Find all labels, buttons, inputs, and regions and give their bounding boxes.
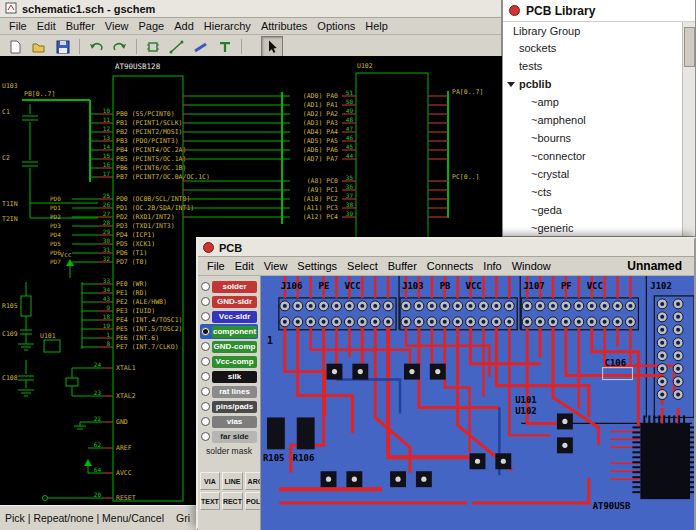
gschem-menu-edit[interactable]: Edit (32, 20, 61, 32)
tool-button-rect[interactable]: RECT (222, 492, 243, 510)
save-button[interactable] (52, 36, 74, 58)
layer-button-silk[interactable]: silk (200, 369, 258, 384)
library-item-crystal[interactable]: ~crystal (503, 165, 695, 183)
layer-visibility-radio[interactable] (201, 372, 210, 381)
layer-button-gnd-comp[interactable]: GND-comp (200, 339, 258, 354)
gschem-menu-attributes[interactable]: Attributes (256, 20, 312, 32)
gschem-menu-file[interactable]: File (4, 20, 32, 32)
pcb-titlebar[interactable]: PCB (198, 239, 694, 257)
net-button[interactable] (166, 36, 188, 58)
tool-button-text[interactable]: TEXT (200, 492, 220, 510)
layer-visibility-radio[interactable] (201, 432, 210, 441)
gschem-menu-page[interactable]: Page (134, 20, 170, 32)
library-item-geda[interactable]: ~geda (503, 201, 695, 219)
component-button[interactable] (142, 36, 164, 58)
layer-button-gnd-sldr[interactable]: GND-sldr (200, 294, 258, 309)
library-item-label: ~crystal (531, 168, 569, 180)
pcb-silk-label: R106 (293, 453, 314, 463)
pin-number: 35 (346, 174, 354, 181)
library-scrollbar-thumb[interactable] (684, 27, 695, 67)
layer-button-far-side[interactable]: far side (200, 429, 258, 444)
text-button[interactable] (214, 36, 236, 58)
expander-arrow-icon[interactable] (507, 82, 515, 87)
layer-button-component[interactable]: component (200, 324, 258, 339)
gschem-menu-help[interactable]: Help (360, 20, 393, 32)
bus-button[interactable] (190, 36, 212, 58)
component-refdes: T1IN (2, 200, 18, 208)
pcb-layer-panel: solderGND-sldrVcc-sldrcomponentGND-compV… (198, 276, 260, 530)
gschem-menu-add[interactable]: Add (169, 20, 199, 32)
library-item-pcblib[interactable]: pcblib (503, 75, 695, 93)
pcb-menu-view[interactable]: View (259, 260, 293, 272)
layer-visibility-radio[interactable] (201, 357, 210, 366)
library-item-bourns[interactable]: ~bourns (503, 129, 695, 147)
net-icon (169, 39, 185, 55)
tool-button-line[interactable]: LINE (222, 472, 243, 490)
pcb-menu-connects[interactable]: Connects (422, 260, 478, 272)
select-button[interactable] (261, 36, 283, 58)
open-icon (31, 39, 47, 55)
pin-label: PE7 (INT.7/CLKO) (116, 343, 179, 351)
pcb-menu-info[interactable]: Info (478, 260, 506, 272)
component-refdes: U103 (2, 82, 18, 90)
pin-number: 10 (103, 107, 111, 114)
library-item-amp[interactable]: ~amp (503, 93, 695, 111)
pcb-silk-label: U102 (515, 406, 536, 416)
layer-button-vias[interactable]: vias (200, 414, 258, 429)
redo-button[interactable] (109, 36, 131, 58)
pcb-menu-buffer[interactable]: Buffer (383, 260, 422, 272)
library-item-label: ~amp (531, 96, 559, 108)
new-button[interactable] (4, 36, 26, 58)
pcb-menu-select[interactable]: Select (342, 260, 383, 272)
library-item-connector[interactable]: ~connector (503, 147, 695, 165)
pin-label: PB2 (PCINT2/MOSI) (116, 128, 183, 136)
layer-button-vcc-comp[interactable]: Vcc-comp (200, 354, 258, 369)
pcb-canvas[interactable]: J106PEVCCJ103PBVCCJ107PFVCCJ1021R105R106… (260, 276, 694, 530)
layer-button-solder[interactable]: solder (200, 279, 258, 294)
gschem-menu-view[interactable]: View (100, 20, 134, 32)
pin-number: 37 (346, 192, 354, 199)
pcb-silk-label: J106 (281, 281, 302, 291)
pin-label: PE0 (WR) (116, 280, 147, 288)
bus-label: PC[0..] (452, 173, 479, 181)
layer-button-pins-pads[interactable]: pins/pads (200, 399, 258, 414)
gschem-titlebar[interactable]: schematic1.sch - gschem (0, 0, 501, 18)
library-item-tests[interactable]: tests (503, 57, 695, 75)
layer-visibility-radio[interactable] (201, 312, 210, 321)
pcb-menu-edit[interactable]: Edit (230, 260, 259, 272)
component-refdes: C1 (2, 108, 10, 116)
pin-label: XTAL1 (116, 364, 136, 372)
pcb-menu-items: FileEditViewSettingsSelectBufferConnects… (202, 260, 556, 272)
library-item-label: ~connector (531, 150, 586, 162)
library-item-amphenol[interactable]: ~amphenol (503, 111, 695, 129)
library-titlebar[interactable]: PCB Library (503, 0, 695, 22)
gschem-menu-buffer[interactable]: Buffer (61, 20, 100, 32)
pcb-menu-file[interactable]: File (202, 260, 230, 272)
pcb-menu-settings[interactable]: Settings (292, 260, 342, 272)
c109-gnd (18, 328, 34, 350)
layer-visibility-radio[interactable] (201, 282, 210, 291)
pcb-menu-window[interactable]: Window (507, 260, 556, 272)
layer-visibility-radio[interactable] (201, 297, 210, 306)
tool-button-via[interactable]: VIA (200, 472, 220, 490)
library-scrollbar[interactable] (682, 22, 695, 236)
gschem-menu-hierarchy[interactable]: Hierarchy (199, 20, 256, 32)
pin-number: 11 (103, 116, 111, 123)
chip-title: AT90USB128 (115, 62, 161, 71)
layer-visibility-radio[interactable] (201, 417, 210, 426)
layer-button-vcc-sldr[interactable]: Vcc-sldr (200, 309, 258, 324)
library-item-cts[interactable]: ~cts (503, 183, 695, 201)
library-item-sockets[interactable]: sockets (503, 39, 695, 57)
open-button[interactable] (28, 36, 50, 58)
layer-button-rat-lines[interactable]: rat lines (200, 384, 258, 399)
library-column-header[interactable]: Library Group (503, 22, 695, 39)
layer-visibility-radio[interactable] (201, 402, 210, 411)
layer-visibility-radio[interactable] (201, 342, 210, 351)
layer-visibility-radio[interactable] (201, 387, 210, 396)
status-grid-text: Gri (176, 512, 190, 524)
undo-button[interactable] (85, 36, 107, 58)
gschem-menu-options[interactable]: Options (312, 20, 360, 32)
pin-number: 13 (103, 134, 111, 141)
layer-visibility-radio[interactable] (201, 327, 210, 336)
library-item-generic[interactable]: ~generic (503, 219, 695, 237)
